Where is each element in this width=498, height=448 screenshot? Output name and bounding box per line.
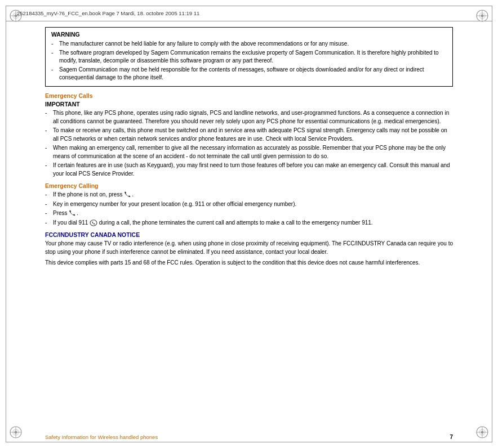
ec-dash-4: - xyxy=(45,162,53,170)
ec-dash-2: - xyxy=(45,127,53,135)
emergency-calling-heading: Emergency Calling xyxy=(45,182,453,189)
ecalling-text-2: Key in emergency number for your present… xyxy=(53,200,296,209)
ecalling-dash-4: - xyxy=(45,219,53,227)
ecalling-item-2: - Key in emergency number for your prese… xyxy=(45,200,453,209)
ecalling-text-4: If you dial 911 during a call, the phone… xyxy=(53,219,373,227)
main-content: WARNING - The manufacturer cannot be hel… xyxy=(45,27,453,420)
ecalling-dash-1: - xyxy=(45,191,53,199)
warning-text-2: The software program developed by Sagem … xyxy=(59,49,447,65)
dash-1: - xyxy=(51,40,59,48)
footer-page-number: 7 xyxy=(450,434,453,440)
ecalling-dash-2: - xyxy=(45,200,53,209)
ec-dash-1: - xyxy=(45,109,53,118)
warning-text-1: The manufacturer cannot be held liable f… xyxy=(59,40,349,48)
ec-text-3: When making an emergency call, remember … xyxy=(53,144,453,160)
ecalling-item-4: - If you dial 911 during a call, the pho… xyxy=(45,219,453,227)
phone-icon-2 xyxy=(69,210,77,217)
ec-text-4: If certain features are in use (such as … xyxy=(53,162,453,178)
warning-item-2: - The software program developed by Sage… xyxy=(51,49,447,65)
warning-box: WARNING - The manufacturer cannot be hel… xyxy=(45,27,453,87)
warning-item-3: - Sagem Communication may not be held re… xyxy=(51,66,447,82)
ec-item-4: - If certain features are in use (such a… xyxy=(45,162,453,178)
ecalling-dash-3: - xyxy=(45,209,53,218)
ec-text-1: This phone, like any PCS phone, operates… xyxy=(53,109,453,126)
warning-text-3: Sagem Communication may not be held resp… xyxy=(59,66,447,82)
ec-text-2: To make or receive any calls, this phone… xyxy=(53,127,453,143)
ec-item-2: - To make or receive any calls, this pho… xyxy=(45,127,453,143)
ec-item-3: - When making an emergency call, remembe… xyxy=(45,144,453,160)
fcc-paragraph-1: Your phone may cause TV or radio interfe… xyxy=(45,240,453,256)
phone-icon-3 xyxy=(90,219,97,226)
fcc-paragraph-2: This device complies with parts 15 and 6… xyxy=(45,259,453,267)
phone-icon-1 xyxy=(124,191,132,198)
ec-dash-3: - xyxy=(45,144,53,153)
ecalling-item-3: - Press . xyxy=(45,209,453,218)
ecalling-text-3: Press . xyxy=(53,209,78,218)
warning-item-1: - The manufacturer cannot be held liable… xyxy=(51,40,447,48)
svg-point-20 xyxy=(90,220,97,226)
ecalling-text-1: If the phone is not on, press . xyxy=(53,191,134,199)
important-heading: IMPORTANT xyxy=(45,101,453,107)
warning-title: WARNING xyxy=(51,31,447,38)
ec-item-1: - This phone, like any PCS phone, operat… xyxy=(45,109,453,126)
footer-left-text: Safety Information for Wireless handled … xyxy=(45,434,158,440)
footer: Safety Information for Wireless handled … xyxy=(45,434,453,440)
fcc-heading: FCC/INDUSTRY CANADA NOTICE xyxy=(45,231,453,238)
dash-3: - xyxy=(51,66,59,74)
ecalling-item-1: - If the phone is not on, press . xyxy=(45,191,453,199)
dash-2: - xyxy=(51,49,59,57)
emergency-calls-heading: Emergency Calls xyxy=(45,92,453,99)
